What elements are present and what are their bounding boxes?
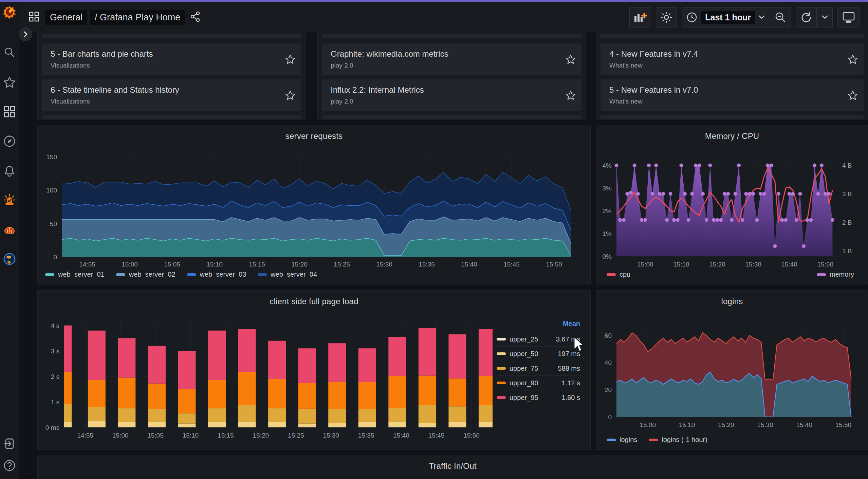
dashboard-list-item[interactable]: 6 - State timeline and Status historyVis…	[42, 79, 301, 111]
legend-item[interactable]: memory	[817, 271, 854, 278]
svg-text:15:20: 15:20	[718, 421, 734, 428]
explore-compass-icon[interactable]	[2, 134, 17, 148]
dashboard-list-item[interactable]: 5 - Bar charts and pie chartsVisualizati…	[42, 43, 301, 75]
grafana-logo[interactable]	[2, 5, 17, 20]
logins-chart[interactable]: 020406015:0015:1015:2015:3015:4015:50	[596, 310, 868, 435]
alerting-bell-icon[interactable]	[2, 164, 17, 178]
legend-table-row[interactable]: upper_50197 ms	[497, 346, 581, 361]
starred-dashboards-icon[interactable]	[2, 75, 17, 90]
cpu-legend: cpu	[607, 271, 642, 278]
dashboard-item-folder: play 2.0	[331, 62, 560, 69]
ml-brain-app-icon[interactable]	[2, 222, 17, 236]
dashboard-list-item[interactable]: Influx 2.2: Internal Metricsplay 2.0	[322, 79, 581, 111]
star-icon[interactable]	[565, 90, 576, 101]
sign-in-icon[interactable]	[2, 437, 17, 451]
svg-text:15:50: 15:50	[835, 421, 852, 428]
logins-panel: logins 020406015:0015:1015:2015:3015:401…	[596, 290, 868, 450]
zoom-out-icon[interactable]	[774, 11, 787, 23]
svg-text:15:20: 15:20	[253, 432, 269, 439]
star-icon[interactable]	[285, 54, 296, 65]
share-icon[interactable]	[190, 11, 201, 23]
svg-text:50: 50	[50, 220, 57, 227]
list-item-partial[interactable]	[42, 115, 301, 119]
dashboard-list-panel-1: 5 - Bar charts and pie chartsVisualizati…	[37, 33, 306, 120]
apps-grid-icon[interactable]	[29, 12, 39, 23]
list-item-partial[interactable]	[601, 34, 864, 38]
dashboard-settings-button[interactable]	[656, 7, 677, 27]
legend-item[interactable]: web_server_03	[187, 271, 246, 278]
panel-title[interactable]: Memory / CPU	[596, 131, 868, 141]
star-icon[interactable]	[285, 90, 296, 101]
list-item-partial[interactable]	[601, 115, 864, 119]
server-requests-legend: web_server_01web_server_02web_server_03w…	[45, 271, 329, 278]
dashboard-item-title: 5 - New Features in v7.0	[609, 85, 842, 95]
legend-item[interactable]: logins	[607, 436, 637, 444]
sidebar	[0, 2, 19, 479]
svg-text:15:50: 15:50	[546, 261, 562, 268]
svg-text:15:30: 15:30	[323, 432, 339, 439]
legend-table-row[interactable]: upper_951.60 s	[497, 390, 581, 405]
star-icon[interactable]	[847, 90, 858, 101]
panel-title[interactable]: server requests	[38, 131, 590, 141]
list-item-partial[interactable]	[322, 115, 581, 119]
svg-text:4 B: 4 B	[842, 162, 852, 169]
svg-text:3%: 3%	[603, 185, 612, 192]
dashboard-list-item[interactable]: Graphite: wikimedia.com metricsplay 2.0	[322, 43, 581, 75]
dashboard-item-folder: Visualizations	[51, 98, 279, 105]
worldmap-globe-app-icon[interactable]	[2, 252, 17, 266]
svg-text:15:15: 15:15	[218, 432, 234, 439]
svg-text:15:10: 15:10	[206, 261, 223, 268]
time-range-picker[interactable]: Last 1 hour	[682, 7, 791, 27]
legend-item[interactable]: web_server_01	[45, 271, 105, 278]
star-icon[interactable]	[847, 54, 858, 65]
list-item-partial[interactable]	[322, 34, 581, 38]
svg-text:15:50: 15:50	[463, 432, 480, 439]
svg-text:14:55: 14:55	[77, 432, 93, 439]
refresh-button[interactable]	[796, 7, 833, 27]
search-icon[interactable]	[2, 45, 17, 60]
svg-text:15:05: 15:05	[147, 432, 164, 439]
legend-item[interactable]: logins (-1 hour)	[649, 436, 707, 444]
server-requests-chart[interactable]: 05010015014:5515:0015:0515:1015:1515:201…	[38, 144, 590, 269]
panel-title[interactable]: Traffic In/Out	[38, 461, 868, 471]
memory-cpu-chart[interactable]: 0%1%2%3%4%1 B2 B3 B4 B15:0015:1015:2015:…	[596, 144, 868, 269]
panel-title[interactable]: client side full page load	[38, 297, 590, 306]
legend-mean-header[interactable]: Mean	[497, 320, 581, 332]
dashboard-item-folder: play 2.0	[331, 98, 560, 105]
svg-text:0: 0	[608, 413, 612, 421]
legend-table-row[interactable]: upper_75588 ms	[497, 361, 581, 375]
legend-item[interactable]: cpu	[607, 271, 630, 278]
list-item-partial[interactable]	[42, 34, 301, 38]
svg-text:0 ms: 0 ms	[45, 424, 59, 431]
legend-item[interactable]: web_server_04	[258, 271, 317, 278]
breadcrumb-dashboard-title[interactable]: / Grafana Play Home	[90, 10, 185, 25]
cycle-view-mode-button[interactable]	[837, 7, 860, 27]
dashboard-list-item[interactable]: 5 - New Features in v7.0What's new	[601, 79, 864, 111]
help-icon[interactable]	[2, 458, 17, 473]
mouse-cursor	[573, 336, 589, 354]
dashboard-content: 5 - Bar charts and pie chartsVisualizati…	[19, 33, 868, 479]
svg-text:15:15: 15:15	[249, 261, 265, 268]
panel-title[interactable]: logins	[596, 297, 868, 306]
svg-text:15:00: 15:00	[637, 261, 653, 268]
traffic-panel: Traffic In/Out	[37, 455, 868, 479]
breadcrumb-folder[interactable]: General	[45, 10, 87, 25]
dashboard-item-folder: Visualizations	[51, 62, 279, 69]
add-panel-button[interactable]	[629, 7, 651, 27]
svg-text:15:00: 15:00	[112, 432, 129, 439]
svg-text:15:30: 15:30	[757, 421, 773, 428]
svg-text:15:20: 15:20	[709, 261, 725, 268]
svg-text:15:35: 15:35	[419, 261, 435, 268]
dashboards-icon[interactable]	[2, 105, 17, 119]
svg-text:100: 100	[46, 187, 57, 194]
dashboard-list-item[interactable]: 4 - New Features in v7.4What's new	[601, 43, 864, 75]
incident-siren-app-icon[interactable]	[2, 193, 17, 207]
svg-text:15:30: 15:30	[745, 261, 761, 268]
legend-table-row[interactable]: upper_901.12 s	[497, 375, 581, 390]
legend-table-row[interactable]: upper_253.67 ms	[497, 332, 581, 346]
legend-item[interactable]: web_server_02	[116, 271, 176, 278]
star-icon[interactable]	[565, 54, 576, 65]
svg-text:1%: 1%	[603, 230, 612, 237]
sidebar-expand-button[interactable]	[19, 27, 32, 41]
dashboard-item-folder: What's new	[609, 98, 842, 105]
